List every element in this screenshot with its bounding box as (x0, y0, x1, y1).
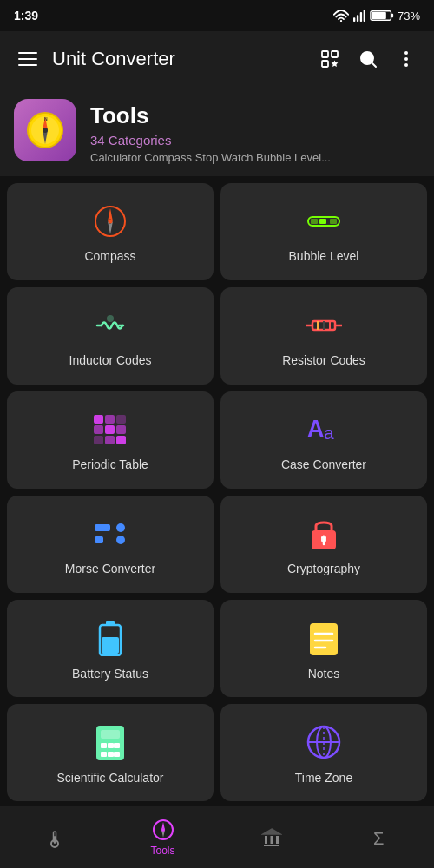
thermometer-nav-icon (43, 826, 66, 849)
grid-item-compass[interactable]: Compass (7, 183, 214, 280)
menu-button[interactable] (10, 42, 45, 76)
grid-item-label: Scientific Calculator (57, 771, 164, 785)
compass-header-icon: N (24, 109, 66, 151)
grid-item-morse-converter[interactable]: Morse Converter (7, 496, 214, 593)
periodic-icon (92, 412, 128, 447)
grid-item-cryptography[interactable]: + Cryptography (220, 496, 427, 593)
svg-rect-69 (114, 743, 120, 748)
grid-item-label: Battery Status (72, 667, 148, 681)
grid-item-case-converter[interactable]: Aa Case Converter (220, 391, 427, 489)
nav-item-math[interactable]: Σ (326, 826, 434, 849)
svg-point-20 (43, 128, 48, 133)
grid-item-label: Notes (308, 667, 340, 681)
more-vertical-icon (396, 49, 417, 69)
svg-point-14 (404, 57, 408, 61)
svg-marker-84 (263, 829, 280, 834)
svg-rect-27 (311, 219, 318, 224)
header-subtitle: 34 Categories (90, 133, 331, 148)
svg-rect-9 (332, 51, 338, 57)
header-title: Tools (90, 102, 331, 129)
svg-rect-3 (360, 12, 362, 22)
svg-rect-29 (330, 219, 337, 224)
svg-rect-68 (108, 743, 114, 748)
grid-item-label: Time Zone (295, 771, 352, 785)
tools-grid: Compass Bubble Level Inductor Codes Resi… (0, 176, 434, 808)
svg-text:N: N (44, 116, 48, 122)
nav-item-temperature[interactable] (0, 826, 108, 849)
svg-rect-88 (264, 845, 279, 846)
svg-rect-72 (114, 752, 120, 757)
bottom-nav: Tools Σ (0, 806, 434, 868)
favorite-grid-button[interactable] (312, 42, 347, 76)
svg-text:A: A (307, 416, 324, 442)
search-button[interactable] (351, 42, 385, 76)
svg-rect-45 (94, 436, 103, 444)
signal-icon (352, 10, 366, 22)
compass-icon (92, 204, 128, 239)
grid-item-notes[interactable]: Notes (220, 600, 427, 697)
svg-rect-87 (276, 836, 279, 844)
grid-item-label: Periodic Table (72, 457, 148, 471)
grid-item-bubble-level[interactable]: Bubble Level (220, 183, 427, 280)
svg-rect-8 (322, 51, 328, 57)
morse-icon (92, 516, 128, 551)
grid-item-label: Bubble Level (289, 249, 359, 263)
battery-status-icon (370, 10, 394, 22)
grid-item-label: Cryptography (287, 562, 360, 575)
timezone-icon (306, 724, 342, 760)
svg-rect-59 (106, 621, 115, 626)
category-icon: N (14, 99, 76, 161)
svg-rect-71 (108, 752, 114, 757)
svg-rect-60 (102, 637, 119, 654)
svg-rect-46 (105, 436, 115, 444)
header-text: Tools 34 Categories Calculator Compass S… (90, 99, 331, 164)
resistor-icon (306, 308, 342, 343)
svg-rect-44 (116, 425, 126, 434)
grid-item-label: Inductor Codes (69, 353, 152, 367)
compass-nav-nav-icon (152, 819, 174, 841)
svg-point-15 (404, 63, 408, 67)
header-desc: Calculator Compass Stop Watch Bubble Lev… (90, 151, 331, 164)
svg-text:+: + (321, 533, 326, 542)
svg-point-32 (107, 315, 114, 322)
svg-text:Σ: Σ (373, 829, 384, 848)
nav-item-currency[interactable] (217, 826, 326, 849)
status-time: 1:39 (14, 9, 38, 23)
grid-item-inductor-codes[interactable]: Inductor Codes (7, 287, 214, 385)
grid-item-resistor-codes[interactable]: Resistor Codes (220, 287, 427, 385)
battery-icon (92, 620, 128, 656)
grid-item-time-zone[interactable]: Time Zone (220, 704, 427, 801)
inductor-icon (92, 308, 128, 343)
case-icon: Aa (306, 412, 342, 447)
calculator-icon (92, 724, 128, 760)
svg-rect-10 (322, 61, 328, 67)
svg-rect-1 (353, 17, 355, 22)
app-bar-actions (312, 42, 424, 76)
grid-item-battery-status[interactable]: Battery Status (7, 600, 214, 697)
svg-point-13 (404, 51, 408, 55)
svg-rect-7 (372, 12, 386, 19)
svg-rect-85 (265, 836, 267, 844)
crypto-icon: + (306, 516, 342, 551)
more-button[interactable] (389, 42, 424, 76)
nav-item-tools[interactable]: Tools (108, 819, 217, 857)
app-bar: Unit Converter (0, 31, 434, 87)
grid-item-label: Resistor Codes (282, 353, 365, 367)
status-icons: 73% (333, 10, 420, 23)
notes-icon (306, 620, 342, 656)
svg-rect-4 (364, 10, 365, 22)
grid-item-periodic-table[interactable]: Periodic Table (7, 391, 214, 489)
svg-rect-40 (105, 415, 115, 424)
svg-rect-70 (101, 752, 107, 757)
svg-rect-39 (94, 415, 103, 424)
svg-rect-66 (101, 730, 120, 739)
svg-point-53 (116, 536, 125, 544)
svg-rect-43 (105, 425, 115, 434)
svg-rect-86 (270, 836, 273, 844)
svg-point-25 (108, 220, 113, 224)
search-icon (358, 49, 378, 69)
nav-item-label: Tools (150, 845, 174, 857)
svg-rect-42 (94, 425, 103, 434)
grid-item-scientific-calculator[interactable]: Scientific Calculator (7, 704, 214, 801)
svg-rect-28 (319, 219, 326, 224)
